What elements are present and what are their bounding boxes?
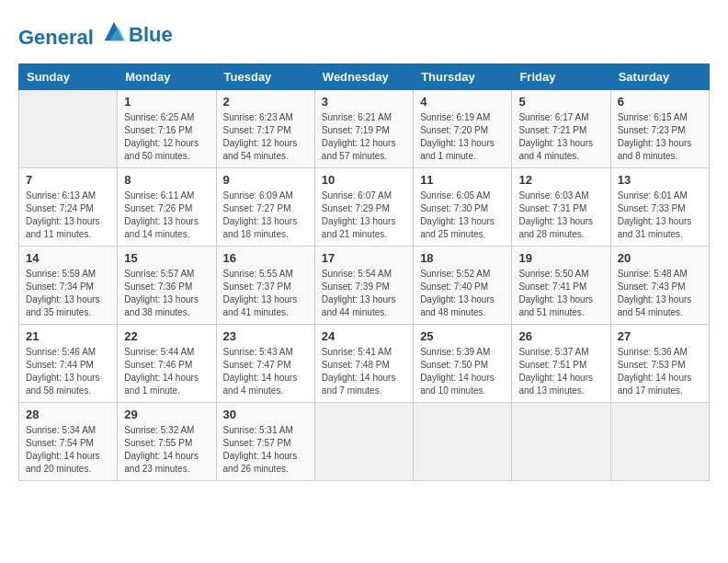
day-info: Sunrise: 5:54 AM Sunset: 7:39 PM Dayligh… bbox=[322, 268, 406, 319]
day-info: Sunrise: 6:03 AM Sunset: 7:31 PM Dayligh… bbox=[518, 190, 603, 241]
day-number: 5 bbox=[518, 95, 603, 109]
calendar-cell: 4Sunrise: 6:19 AM Sunset: 7:20 PM Daylig… bbox=[414, 90, 512, 168]
day-info: Sunrise: 6:11 AM Sunset: 7:26 PM Dayligh… bbox=[124, 190, 209, 241]
day-number: 9 bbox=[223, 173, 308, 187]
day-number: 15 bbox=[124, 251, 209, 265]
day-info: Sunrise: 5:50 AM Sunset: 7:41 PM Dayligh… bbox=[518, 268, 603, 319]
day-number: 16 bbox=[223, 251, 308, 265]
day-number: 30 bbox=[223, 408, 308, 421]
calendar-cell: 27Sunrise: 5:36 AM Sunset: 7:53 PM Dayli… bbox=[610, 325, 709, 403]
day-info: Sunrise: 6:15 AM Sunset: 7:23 PM Dayligh… bbox=[618, 111, 702, 163]
day-number: 23 bbox=[223, 329, 308, 343]
day-info: Sunrise: 6:01 AM Sunset: 7:33 PM Dayligh… bbox=[618, 190, 702, 241]
day-number: 26 bbox=[518, 329, 603, 343]
calendar-cell bbox=[314, 403, 413, 481]
weekday-header-saturday: Saturday bbox=[610, 64, 709, 90]
calendar-cell: 13Sunrise: 6:01 AM Sunset: 7:33 PM Dayli… bbox=[610, 168, 709, 247]
day-number: 24 bbox=[322, 329, 406, 343]
day-number: 20 bbox=[618, 251, 702, 265]
calendar-cell: 15Sunrise: 5:57 AM Sunset: 7:36 PM Dayli… bbox=[118, 247, 216, 325]
calendar-cell: 9Sunrise: 6:09 AM Sunset: 7:27 PM Daylig… bbox=[216, 168, 314, 247]
calendar-cell: 3Sunrise: 6:21 AM Sunset: 7:19 PM Daylig… bbox=[314, 90, 413, 168]
weekday-header-thursday: Thursday bbox=[414, 64, 512, 90]
calendar-week-row: 14Sunrise: 5:59 AM Sunset: 7:34 PM Dayli… bbox=[19, 247, 710, 325]
logo-text: General bbox=[18, 18, 127, 49]
calendar-cell: 26Sunrise: 5:37 AM Sunset: 7:51 PM Dayli… bbox=[512, 325, 610, 403]
day-info: Sunrise: 5:41 AM Sunset: 7:48 PM Dayligh… bbox=[322, 346, 406, 397]
calendar-cell: 23Sunrise: 5:43 AM Sunset: 7:47 PM Dayli… bbox=[216, 325, 314, 403]
day-number: 2 bbox=[223, 95, 308, 109]
day-info: Sunrise: 6:23 AM Sunset: 7:17 PM Dayligh… bbox=[223, 111, 308, 163]
day-number: 17 bbox=[322, 251, 406, 265]
day-number: 14 bbox=[26, 251, 110, 265]
day-number: 19 bbox=[518, 251, 603, 265]
logo-blue-text: Blue bbox=[129, 24, 173, 46]
day-number: 29 bbox=[124, 408, 209, 421]
logo: General Blue bbox=[18, 18, 173, 49]
day-number: 10 bbox=[322, 173, 406, 187]
day-info: Sunrise: 5:46 AM Sunset: 7:44 PM Dayligh… bbox=[26, 346, 110, 397]
day-info: Sunrise: 6:19 AM Sunset: 7:20 PM Dayligh… bbox=[420, 111, 505, 163]
day-info: Sunrise: 5:43 AM Sunset: 7:47 PM Dayligh… bbox=[223, 346, 308, 397]
day-number: 18 bbox=[420, 251, 505, 265]
calendar-cell: 10Sunrise: 6:07 AM Sunset: 7:29 PM Dayli… bbox=[314, 168, 413, 247]
day-info: Sunrise: 6:05 AM Sunset: 7:30 PM Dayligh… bbox=[420, 190, 505, 241]
day-info: Sunrise: 6:13 AM Sunset: 7:24 PM Dayligh… bbox=[26, 190, 110, 241]
day-number: 8 bbox=[124, 173, 209, 187]
calendar-week-row: 28Sunrise: 5:34 AM Sunset: 7:54 PM Dayli… bbox=[19, 403, 710, 481]
day-info: Sunrise: 5:59 AM Sunset: 7:34 PM Dayligh… bbox=[26, 268, 110, 319]
calendar-cell: 1Sunrise: 6:25 AM Sunset: 7:16 PM Daylig… bbox=[118, 90, 216, 168]
calendar-cell: 6Sunrise: 6:15 AM Sunset: 7:23 PM Daylig… bbox=[610, 90, 709, 168]
calendar-week-row: 21Sunrise: 5:46 AM Sunset: 7:44 PM Dayli… bbox=[19, 325, 710, 403]
weekday-header-row: SundayMondayTuesdayWednesdayThursdayFrid… bbox=[19, 64, 710, 90]
calendar-cell: 7Sunrise: 6:13 AM Sunset: 7:24 PM Daylig… bbox=[19, 168, 118, 247]
calendar-cell bbox=[610, 403, 709, 481]
day-number: 4 bbox=[420, 95, 505, 109]
day-number: 11 bbox=[420, 173, 505, 187]
day-info: Sunrise: 5:36 AM Sunset: 7:53 PM Dayligh… bbox=[618, 346, 702, 397]
day-info: Sunrise: 5:32 AM Sunset: 7:55 PM Dayligh… bbox=[124, 424, 209, 476]
page-header: General Blue bbox=[18, 18, 710, 49]
calendar-cell: 20Sunrise: 5:48 AM Sunset: 7:43 PM Dayli… bbox=[610, 247, 709, 325]
day-info: Sunrise: 5:55 AM Sunset: 7:37 PM Dayligh… bbox=[223, 268, 308, 319]
day-number: 13 bbox=[618, 173, 702, 187]
day-number: 6 bbox=[618, 95, 702, 109]
calendar-cell: 30Sunrise: 5:31 AM Sunset: 7:57 PM Dayli… bbox=[216, 403, 314, 481]
calendar-cell: 18Sunrise: 5:52 AM Sunset: 7:40 PM Dayli… bbox=[414, 247, 512, 325]
day-info: Sunrise: 5:52 AM Sunset: 7:40 PM Dayligh… bbox=[420, 268, 505, 319]
calendar-cell: 11Sunrise: 6:05 AM Sunset: 7:30 PM Dayli… bbox=[414, 168, 512, 247]
day-info: Sunrise: 6:17 AM Sunset: 7:21 PM Dayligh… bbox=[518, 111, 603, 163]
day-info: Sunrise: 6:07 AM Sunset: 7:29 PM Dayligh… bbox=[322, 190, 406, 241]
calendar-cell: 22Sunrise: 5:44 AM Sunset: 7:46 PM Dayli… bbox=[118, 325, 216, 403]
weekday-header-friday: Friday bbox=[512, 64, 610, 90]
calendar-cell: 21Sunrise: 5:46 AM Sunset: 7:44 PM Dayli… bbox=[19, 325, 118, 403]
calendar-cell: 24Sunrise: 5:41 AM Sunset: 7:48 PM Dayli… bbox=[314, 325, 413, 403]
calendar-cell bbox=[414, 403, 512, 481]
day-number: 22 bbox=[124, 329, 209, 343]
calendar-cell: 28Sunrise: 5:34 AM Sunset: 7:54 PM Dayli… bbox=[19, 403, 118, 481]
day-info: Sunrise: 5:48 AM Sunset: 7:43 PM Dayligh… bbox=[618, 268, 702, 319]
calendar-cell: 16Sunrise: 5:55 AM Sunset: 7:37 PM Dayli… bbox=[216, 247, 314, 325]
calendar-cell: 25Sunrise: 5:39 AM Sunset: 7:50 PM Dayli… bbox=[414, 325, 512, 403]
calendar-week-row: 7Sunrise: 6:13 AM Sunset: 7:24 PM Daylig… bbox=[19, 168, 710, 247]
weekday-header-sunday: Sunday bbox=[19, 64, 118, 90]
day-info: Sunrise: 5:57 AM Sunset: 7:36 PM Dayligh… bbox=[124, 268, 209, 319]
day-info: Sunrise: 6:21 AM Sunset: 7:19 PM Dayligh… bbox=[322, 111, 406, 163]
day-number: 25 bbox=[420, 329, 505, 343]
weekday-header-wednesday: Wednesday bbox=[314, 64, 413, 90]
day-number: 28 bbox=[26, 408, 110, 421]
day-number: 12 bbox=[518, 173, 603, 187]
weekday-header-tuesday: Tuesday bbox=[216, 64, 314, 90]
day-info: Sunrise: 6:09 AM Sunset: 7:27 PM Dayligh… bbox=[223, 190, 308, 241]
day-number: 1 bbox=[124, 95, 209, 109]
day-info: Sunrise: 5:44 AM Sunset: 7:46 PM Dayligh… bbox=[124, 346, 209, 397]
day-number: 7 bbox=[26, 173, 110, 187]
calendar-cell: 5Sunrise: 6:17 AM Sunset: 7:21 PM Daylig… bbox=[512, 90, 610, 168]
day-info: Sunrise: 5:39 AM Sunset: 7:50 PM Dayligh… bbox=[420, 346, 505, 397]
day-info: Sunrise: 5:37 AM Sunset: 7:51 PM Dayligh… bbox=[518, 346, 603, 397]
day-number: 21 bbox=[26, 329, 110, 343]
day-number: 27 bbox=[618, 329, 702, 343]
day-number: 3 bbox=[322, 95, 406, 109]
calendar-cell: 12Sunrise: 6:03 AM Sunset: 7:31 PM Dayli… bbox=[512, 168, 610, 247]
day-info: Sunrise: 6:25 AM Sunset: 7:16 PM Dayligh… bbox=[124, 111, 209, 163]
